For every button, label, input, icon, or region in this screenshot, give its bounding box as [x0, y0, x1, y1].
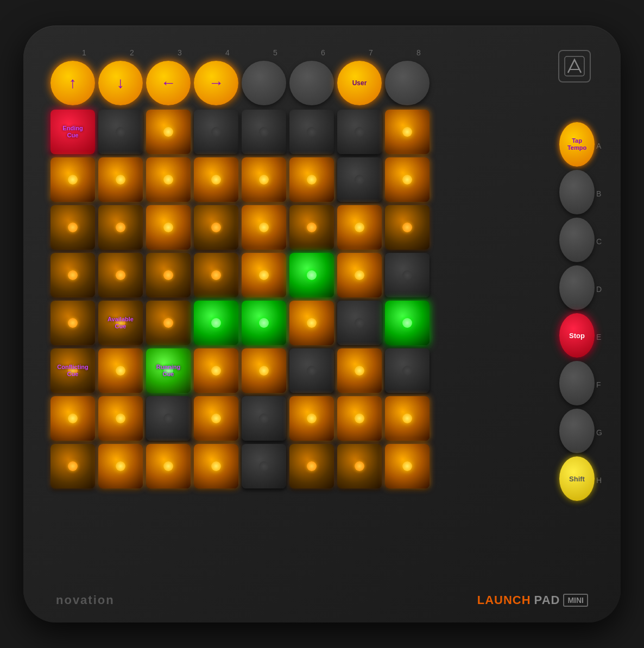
pad-f5[interactable] [242, 348, 286, 393]
pad-h4[interactable] [194, 444, 238, 488]
pad-e7[interactable] [337, 301, 382, 345]
pad-f8[interactable] [385, 348, 430, 393]
pad-b8[interactable] [385, 157, 430, 202]
brand-mini-text: MINI [563, 594, 588, 607]
pad-d1[interactable] [50, 253, 95, 297]
pad-h8[interactable] [385, 444, 430, 488]
pad-g7[interactable] [337, 396, 382, 441]
col-num-6: 6 [299, 48, 347, 57]
pad-f7[interactable] [337, 348, 382, 393]
pad-d4[interactable] [194, 253, 238, 297]
pad-h5[interactable] [242, 444, 286, 488]
up-arrow-icon: ↑ [69, 75, 77, 91]
pad-e2-available-cue[interactable]: AvailableCue [98, 301, 143, 345]
pad-e1[interactable] [50, 301, 95, 345]
pad-d7[interactable] [337, 253, 382, 297]
pad-d5[interactable] [242, 253, 286, 297]
pad-h7[interactable] [337, 444, 382, 488]
pad-c4[interactable] [194, 205, 238, 250]
pad-h1[interactable] [50, 444, 95, 488]
main-grid: ↑ ↓ ← → User EndingCue [50, 61, 430, 488]
pad-e4[interactable] [194, 301, 238, 345]
pad-c3[interactable] [146, 205, 191, 250]
pad-e3[interactable] [146, 301, 191, 345]
launchpad-device: novation LAUNCH PAD MINI 1 2 3 4 5 6 7 8… [23, 26, 621, 622]
pad-f3-running-cue[interactable]: RunningCue [146, 348, 191, 393]
pad-b2[interactable] [98, 157, 143, 202]
pad-a1-ending-cue[interactable]: EndingCue [50, 110, 95, 154]
pad-b6[interactable] [289, 157, 334, 202]
down-arrow-button[interactable]: ↓ [98, 61, 143, 105]
pad-row-a: EndingCue [50, 110, 430, 154]
user-button-label: User [352, 79, 367, 87]
side-btn-f[interactable] [559, 361, 595, 405]
pad-b1[interactable] [50, 157, 95, 202]
pad-a5[interactable] [242, 110, 286, 154]
pad-f4[interactable] [194, 348, 238, 393]
pad-g1[interactable] [50, 396, 95, 441]
pad-d3[interactable] [146, 253, 191, 297]
pad-a7[interactable] [337, 110, 382, 154]
pad-c7[interactable] [337, 205, 382, 250]
pad-f6[interactable] [289, 348, 334, 393]
ending-cue-label: EndingCue [62, 125, 83, 139]
pad-c2[interactable] [98, 205, 143, 250]
row-letter-a: A [596, 122, 604, 170]
novation-logo-icon [558, 50, 591, 82]
pad-e5[interactable] [242, 301, 286, 345]
pad-g5[interactable] [242, 396, 286, 441]
pad-b4[interactable] [194, 157, 238, 202]
pad-c1[interactable] [50, 205, 95, 250]
top-btn-6[interactable] [289, 61, 334, 105]
pad-d2[interactable] [98, 253, 143, 297]
brand-novation: novation [56, 593, 115, 607]
row-letter-e: E [596, 313, 604, 361]
pad-a3[interactable] [146, 110, 191, 154]
pad-a6[interactable] [289, 110, 334, 154]
col-num-5: 5 [251, 48, 299, 57]
pad-d6[interactable] [289, 253, 334, 297]
pad-f1-conflicting-cue[interactable]: ConflictingCue [50, 348, 95, 393]
tap-tempo-button[interactable]: TapTempo [559, 122, 595, 167]
side-btn-g[interactable] [559, 409, 595, 453]
pad-h2[interactable] [98, 444, 143, 488]
pad-b5[interactable] [242, 157, 286, 202]
shift-button[interactable]: Shift [559, 456, 595, 501]
pad-a4[interactable] [194, 110, 238, 154]
pad-h3[interactable] [146, 444, 191, 488]
top-btn-5[interactable] [242, 61, 286, 105]
pad-b7[interactable] [337, 157, 382, 202]
pad-f2[interactable] [98, 348, 143, 393]
pad-g6[interactable] [289, 396, 334, 441]
stop-button[interactable]: Stop [559, 313, 595, 358]
up-arrow-button[interactable]: ↑ [50, 61, 95, 105]
pad-e8[interactable] [385, 301, 430, 345]
col-num-7: 7 [347, 48, 395, 57]
pad-e6[interactable] [289, 301, 334, 345]
right-arrow-button[interactable]: → [194, 61, 238, 105]
side-btn-b[interactable] [559, 170, 595, 214]
shift-label: Shift [569, 475, 585, 483]
side-btn-c[interactable] [559, 218, 595, 262]
left-arrow-button[interactable]: ← [146, 61, 191, 105]
pad-row-b [50, 157, 430, 202]
user-button[interactable]: User [337, 61, 382, 105]
side-btn-d[interactable] [559, 265, 595, 310]
pad-c8[interactable] [385, 205, 430, 250]
pad-d8[interactable] [385, 253, 430, 297]
pad-a8[interactable] [385, 110, 430, 154]
column-numbers: 1 2 3 4 5 6 7 8 [60, 48, 443, 57]
pad-a2[interactable] [98, 110, 143, 154]
pad-c5[interactable] [242, 205, 286, 250]
pad-g3[interactable] [146, 396, 191, 441]
pad-g4[interactable] [194, 396, 238, 441]
pad-g8[interactable] [385, 396, 430, 441]
col-num-4: 4 [204, 48, 251, 57]
pad-c6[interactable] [289, 205, 334, 250]
top-btn-8[interactable] [385, 61, 430, 105]
row-letter-b: B [596, 170, 604, 218]
pad-g2[interactable] [98, 396, 143, 441]
pad-h6[interactable] [289, 444, 334, 488]
col-num-8: 8 [395, 48, 443, 57]
pad-b3[interactable] [146, 157, 191, 202]
